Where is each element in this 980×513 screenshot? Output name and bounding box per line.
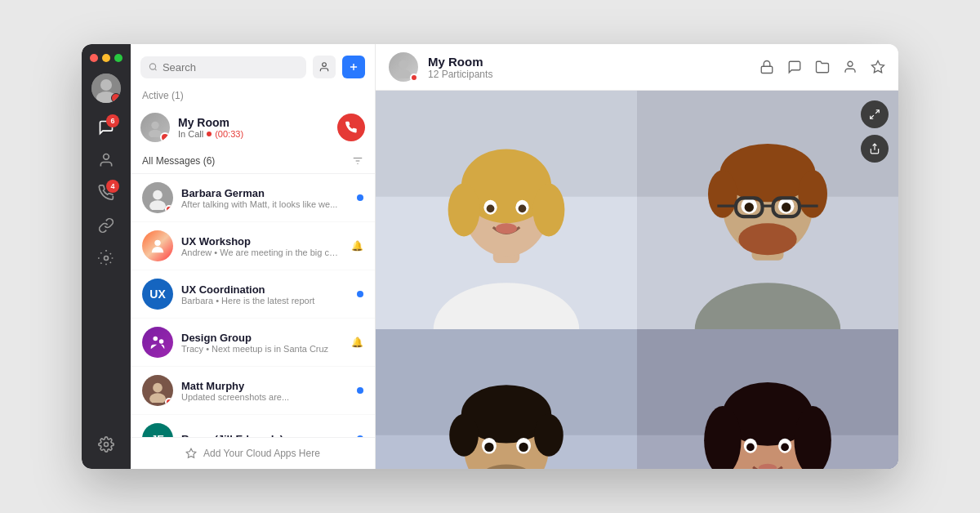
- svg-marker-27: [872, 61, 884, 73]
- active-room-info: My Room In Call (00:33): [178, 116, 329, 139]
- unread-indicator: [357, 387, 363, 394]
- svg-point-40: [496, 223, 517, 234]
- video-cell-4: [637, 329, 898, 469]
- active-room-avatar: [140, 113, 170, 142]
- active-room-item[interactable]: My Room In Call (00:33): [131, 106, 375, 149]
- svg-point-71: [484, 443, 493, 452]
- list-item[interactable]: Barbara German After talking with Matt, …: [131, 174, 375, 222]
- svg-point-72: [519, 443, 528, 452]
- sidebar-item-settings[interactable]: [91, 430, 121, 459]
- mute-icon: 🔔: [351, 240, 363, 252]
- panel-footer[interactable]: Add Your Cloud Apps Here: [131, 437, 375, 469]
- active-call-button[interactable]: [337, 114, 365, 141]
- svg-point-48: [798, 170, 827, 217]
- svg-point-6: [149, 64, 155, 69]
- main-room-info: My Room 12 Participants: [428, 55, 750, 80]
- main-room-name: My Room: [428, 55, 750, 69]
- app-window: 6 4: [82, 44, 898, 469]
- sidebar-item-messages[interactable]: 6: [91, 113, 121, 142]
- user-avatar[interactable]: [91, 74, 121, 103]
- message-preview: Barbara • Here is the latest report: [181, 296, 349, 306]
- active-section-label: Active (1): [131, 85, 375, 106]
- svg-point-1: [100, 79, 112, 91]
- message-avatar: [142, 230, 173, 261]
- message-sender: Barbara German: [181, 187, 349, 199]
- list-item[interactable]: JE Room (Jill Edwards): [131, 415, 375, 437]
- expand-button[interactable]: [861, 100, 889, 128]
- message-content: UX Coordination Barbara • Here is the la…: [181, 283, 349, 306]
- svg-point-19: [159, 339, 164, 344]
- svg-point-15: [153, 190, 163, 200]
- panel-header: [131, 44, 375, 85]
- folder-icon[interactable]: [815, 60, 830, 74]
- sidebar-item-integrations[interactable]: [91, 243, 121, 273]
- message-sender: UX Coordination: [181, 283, 349, 296]
- sidebar-item-contacts[interactable]: [91, 145, 121, 175]
- close-button[interactable]: [90, 54, 98, 62]
- svg-point-5: [105, 443, 109, 447]
- message-avatar: JE: [142, 423, 173, 437]
- sidebar: 6 4: [82, 44, 131, 469]
- svg-point-66: [449, 414, 479, 457]
- svg-point-39: [519, 205, 527, 213]
- svg-point-18: [154, 337, 158, 341]
- lock-icon[interactable]: [760, 60, 774, 74]
- share-screen-button[interactable]: [861, 135, 889, 163]
- unread-badge: [165, 205, 173, 213]
- person-icon[interactable]: [843, 60, 858, 74]
- message-sender: Design Group: [181, 332, 343, 344]
- main-room-subtitle: 12 Participants: [428, 69, 750, 80]
- new-message-button[interactable]: [342, 56, 365, 78]
- participant-4-video: [637, 329, 898, 469]
- message-preview: Updated screenshots are...: [181, 392, 349, 402]
- video-grid: [376, 91, 898, 469]
- svg-point-20: [153, 383, 163, 393]
- message-list: Barbara German After talking with Matt, …: [131, 174, 375, 437]
- video-cell-1: [376, 91, 637, 329]
- room-active-badge: [160, 132, 170, 142]
- message-sender: UX Workshop: [181, 235, 343, 248]
- message-avatar: [142, 327, 173, 358]
- video-cell-2: [637, 91, 898, 329]
- list-item[interactable]: Design Group Tracy • Next meetup is in S…: [131, 319, 375, 367]
- chat-icon[interactable]: [787, 60, 802, 74]
- svg-point-34: [448, 184, 480, 237]
- message-content: Matt Murphy Updated screenshots are...: [181, 380, 349, 402]
- video-area: [376, 91, 898, 469]
- filter-icon[interactable]: [352, 155, 363, 167]
- avatar-button[interactable]: [313, 56, 336, 78]
- message-content: Barbara German After talking with Matt, …: [181, 187, 349, 209]
- message-preview: After talking with Matt, it looks like w…: [181, 199, 349, 209]
- svg-point-4: [105, 256, 109, 261]
- search-bar[interactable]: [140, 56, 306, 78]
- svg-point-38: [487, 205, 495, 213]
- message-avatar: [142, 182, 173, 213]
- messages-badge: 6: [106, 114, 119, 127]
- traffic-lights: [82, 54, 122, 62]
- svg-point-52: [745, 203, 754, 212]
- svg-point-17: [154, 240, 160, 246]
- sidebar-item-phone[interactable]: 4: [91, 178, 121, 207]
- video-cell-3: [376, 329, 637, 469]
- add-apps-icon: [185, 448, 197, 459]
- svg-point-84: [781, 444, 789, 452]
- mute-icon: 🔔: [351, 337, 363, 348]
- sidebar-item-links[interactable]: [91, 211, 121, 240]
- message-content: UX Workshop Andrew • We are meeting in t…: [181, 235, 343, 257]
- list-item[interactable]: UX Workshop Andrew • We are meeting in t…: [131, 222, 375, 270]
- message-panel: Active (1) My Room In Call (00:33): [131, 44, 376, 469]
- phone-badge: 4: [106, 180, 119, 193]
- unread-indicator: [357, 194, 363, 201]
- participant-3-video: [376, 329, 637, 469]
- maximize-button[interactable]: [114, 54, 122, 62]
- list-item[interactable]: UX UX Coordination Barbara • Here is the…: [131, 270, 375, 319]
- svg-point-49: [738, 223, 796, 255]
- search-input[interactable]: [163, 61, 298, 74]
- filter-label: All Messages (6): [142, 155, 215, 167]
- add-apps-label: Add Your Cloud Apps Here: [203, 448, 320, 459]
- svg-point-7: [323, 63, 327, 67]
- list-item[interactable]: Matt Murphy Updated screenshots are...: [131, 367, 375, 415]
- star-icon[interactable]: [871, 60, 885, 74]
- minimize-button[interactable]: [102, 54, 110, 62]
- filter-bar: All Messages (6): [131, 149, 375, 174]
